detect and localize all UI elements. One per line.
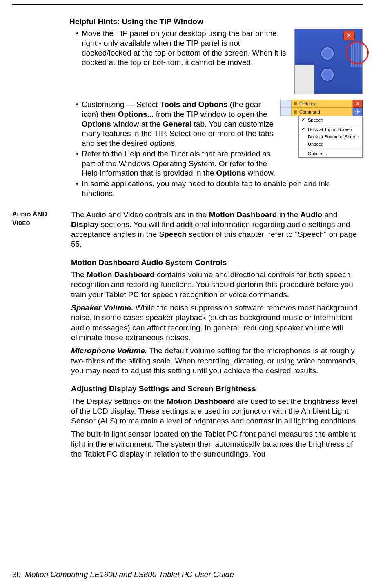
bullet-text: Refer to the Help and the Tutorials that… [82, 149, 276, 178]
page-footer: 30Motion Computing LE1600 and LS800 Tabl… [12, 570, 234, 579]
menu-item: Speech [299, 116, 362, 124]
gear-icon [320, 46, 335, 61]
top-rule [12, 4, 363, 5]
page-number: 30 [12, 570, 21, 579]
paragraph: Speaker Volume. While the noise suppress… [71, 303, 363, 343]
figure-tip-panel-bar: × [294, 29, 363, 94]
figure-tip-options-menu: Dictation Command × Speech Dock at Top o… [280, 100, 363, 158]
section-label-audio-video: AUDIO AND VIDEO [12, 210, 71, 227]
bullet-item: • In some applications, you may need to … [69, 179, 363, 198]
bullet-item: • Customizing — Select Tools and Options… [69, 100, 276, 148]
gear-icon [353, 108, 363, 116]
bullet-text: Move the TIP panel on your desktop using… [82, 29, 291, 67]
heading-adjusting-display: Adjusting Display Settings and Screen Br… [71, 384, 363, 394]
menu-item: Dock at Bottom of Screen [299, 133, 362, 140]
svg-point-0 [357, 111, 359, 113]
menu-label: Command [299, 109, 320, 114]
bullet-item: • Refer to the Help and the Tutorials th… [69, 149, 276, 178]
menu-item: Options... [299, 150, 362, 157]
bullet-item: • Move the TIP panel on your desktop usi… [69, 29, 291, 67]
paragraph: Microphone Volume. The default volume se… [71, 346, 363, 376]
paragraph: The built-in light sensor located on the… [71, 429, 363, 459]
heading-motion-dashboard-audio: Motion Dashboard Audio System Controls [71, 258, 363, 267]
button-icon [320, 67, 335, 82]
paragraph: The Motion Dashboard contains volume and… [71, 270, 363, 300]
footer-title: Motion Computing LE1600 and LS800 Tablet… [25, 570, 234, 579]
paragraph: The Display settings on the Motion Dashb… [71, 396, 363, 426]
bullet-text: Customizing — Select Tools and Options (… [82, 100, 276, 148]
close-icon: × [353, 100, 363, 108]
heading-helpful-hints: Helpful Hints: Using the TIP Window [69, 17, 363, 26]
close-icon: × [343, 31, 355, 40]
highlight-circle-icon [346, 41, 369, 64]
paragraph: The Audio and Video controls are in the … [71, 210, 363, 249]
bullet-text: In some applications, you may need to do… [82, 179, 363, 198]
menu-item: Undock [299, 140, 362, 148]
menu-label: Dictation [299, 101, 317, 106]
menu-item: Dock at Top of Screen [299, 126, 362, 133]
